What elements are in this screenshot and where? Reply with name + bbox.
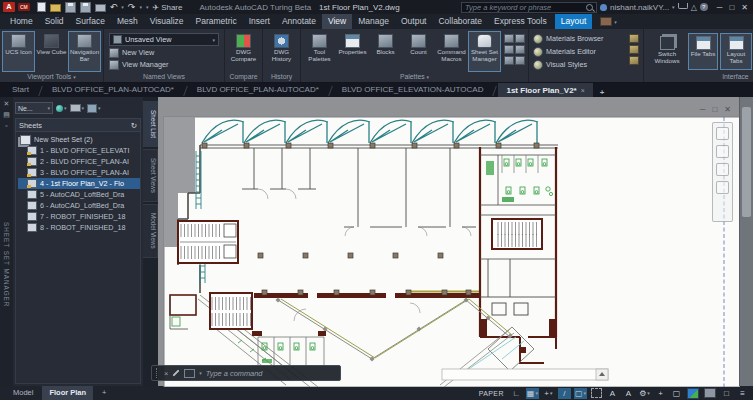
ssm-publish-button[interactable]: ▾ bbox=[70, 104, 85, 112]
tab-view[interactable]: View bbox=[322, 14, 352, 29]
view-manager-button[interactable]: View Manager bbox=[109, 59, 219, 70]
ssm-import-button[interactable]: ▾ bbox=[87, 104, 101, 113]
view-combo[interactable]: Unsaved View▾ bbox=[109, 33, 219, 46]
switch-windows-button[interactable]: Switch Windows bbox=[648, 33, 686, 70]
panel-label-viewport-tools[interactable]: Viewport Tools ▾ bbox=[0, 72, 103, 82]
new-file-icon[interactable] bbox=[37, 2, 46, 12]
sheets-header[interactable]: Sheets ↻ bbox=[15, 118, 141, 132]
sheet-set-combo[interactable]: Ne...▾ bbox=[15, 102, 53, 114]
count-button[interactable]: Count bbox=[402, 31, 435, 72]
file-tab-start[interactable]: Start bbox=[4, 83, 37, 97]
tab-manage[interactable]: Manage bbox=[352, 14, 395, 29]
quick-properties-icon[interactable]: ▢ bbox=[670, 388, 683, 399]
open-file-icon[interactable] bbox=[50, 4, 61, 12]
palette-small-icon[interactable] bbox=[504, 56, 514, 65]
layout-tabs-button[interactable]: Layout Tabs bbox=[720, 33, 752, 70]
close-button[interactable]: ✕ bbox=[741, 3, 748, 12]
dwg-history-button[interactable]: DWG History bbox=[265, 31, 298, 72]
minimize-button[interactable]: ─ bbox=[717, 3, 723, 12]
plot-icon[interactable] bbox=[95, 4, 106, 12]
graphics-performance-icon[interactable] bbox=[686, 388, 700, 399]
command-input[interactable]: Type a command bbox=[206, 369, 263, 378]
doc-restore-icon[interactable]: □ bbox=[712, 105, 717, 114]
new-view-button[interactable]: New View bbox=[109, 47, 219, 58]
palette-small-icon[interactable] bbox=[515, 45, 525, 54]
orbit-icon[interactable] bbox=[716, 181, 729, 194]
full-navigation-wheel-icon[interactable] bbox=[716, 127, 729, 140]
tab-layout[interactable]: Layout bbox=[555, 14, 593, 29]
palette-small-icon[interactable] bbox=[515, 34, 525, 43]
user-name[interactable]: nishant.naikVY... bbox=[610, 3, 669, 12]
sheet-item-3[interactable]: 3 - BLVD OFFICE_PLAN-AI bbox=[18, 167, 140, 178]
annotation-visibility-icon[interactable]: A bbox=[606, 388, 619, 399]
share-button[interactable]: ✈Share bbox=[152, 3, 182, 12]
search-box[interactable]: Type a keyword or phrase bbox=[461, 2, 597, 13]
tab-close-icon[interactable]: × bbox=[581, 85, 585, 96]
sheet-item-7[interactable]: 7 - ROBOT_FINISHED_18 bbox=[18, 211, 140, 222]
ortho-mode-icon[interactable]: / bbox=[558, 388, 571, 399]
material-small-icon[interactable] bbox=[629, 56, 639, 65]
refresh-icon[interactable]: ↻ bbox=[131, 121, 137, 130]
command-line[interactable]: × ▾ Type a command bbox=[151, 365, 341, 381]
object-snap-icon[interactable]: ▢▾ bbox=[574, 388, 587, 399]
tab-home[interactable]: Home bbox=[4, 14, 39, 29]
tool-palettes-button[interactable]: Tool Palettes bbox=[303, 31, 336, 72]
redo-icon[interactable]: ↷ bbox=[128, 3, 136, 12]
doc-close-icon[interactable]: ✕ bbox=[724, 105, 731, 114]
file-tab-active[interactable]: 1st Floor Plan_V2*× bbox=[498, 83, 592, 97]
doc-minimize-icon[interactable]: ─ bbox=[700, 105, 706, 114]
tab-sheet-list[interactable]: Sheet List bbox=[143, 101, 158, 147]
tab-model-views[interactable]: Model Views bbox=[143, 204, 158, 258]
customization-menu-icon[interactable]: ≡ bbox=[736, 388, 749, 399]
palette-small-icon[interactable] bbox=[515, 56, 525, 65]
tracking-icon[interactable]: +▾ bbox=[542, 388, 555, 399]
recent-commands-icon[interactable] bbox=[184, 369, 195, 378]
tab-collaborate[interactable]: Collaborate bbox=[432, 14, 487, 29]
save-icon[interactable] bbox=[65, 2, 76, 13]
materials-editor-button[interactable]: Materials Editor bbox=[533, 46, 627, 57]
user-avatar-icon[interactable] bbox=[600, 4, 607, 11]
ssm-status-button[interactable]: ▾ bbox=[56, 105, 67, 112]
sheet-item-8[interactable]: 8 - ROBOT_FINISHED_18 bbox=[18, 222, 140, 233]
layout-tab-floor-plan[interactable]: Floor Plan bbox=[42, 386, 93, 400]
ucs-status-icon[interactable]: ∟ bbox=[510, 388, 523, 399]
file-tabs-button[interactable]: File Tabs bbox=[688, 33, 718, 70]
sheet-set-root[interactable]: New Sheet Set (2) bbox=[18, 134, 140, 145]
tab-output[interactable]: Output bbox=[395, 14, 433, 29]
file-tab-plan2[interactable]: BLVD OFFICE_PLAN-AUTOCAD* bbox=[189, 83, 327, 97]
navigation-bar-button[interactable]: Navigation Bar bbox=[68, 31, 101, 72]
tab-surface[interactable]: Surface bbox=[70, 14, 111, 29]
materials-browser-button[interactable]: Materials Browser bbox=[533, 33, 627, 44]
annotation-monitor-icon[interactable]: + bbox=[654, 388, 667, 399]
autocad-logo-icon[interactable]: A bbox=[3, 2, 15, 12]
media-panel-icon[interactable]: ▾ bbox=[600, 14, 617, 29]
store-cart-icon[interactable] bbox=[678, 3, 688, 9]
search-icon[interactable] bbox=[586, 4, 593, 11]
sheet-item-6[interactable]: 6 - AutoCAD_LoftBed_Dra bbox=[18, 200, 140, 211]
navigation-bar[interactable] bbox=[712, 122, 733, 222]
sheet-set-manager-button[interactable]: Sheet Set Manager bbox=[468, 31, 501, 72]
sheet-item-1[interactable]: 1 - BLVD OFFICE_ELEVATI bbox=[18, 145, 140, 156]
zoom-icon[interactable] bbox=[716, 163, 729, 176]
help-icon[interactable]: ? bbox=[700, 3, 708, 11]
pan-icon[interactable] bbox=[716, 145, 729, 158]
maximize-button[interactable]: □ bbox=[729, 3, 734, 12]
tab-annotate[interactable]: Annotate bbox=[276, 14, 322, 29]
sheet-item-2[interactable]: 2 - BLVD OFFICE_PLAN-AI bbox=[18, 156, 140, 167]
sheet-item-4-selected[interactable]: 4 - 1st Floor Plan_V2 - Flo bbox=[18, 178, 140, 189]
material-small-icon[interactable] bbox=[629, 34, 639, 43]
vertical-scrollbar[interactable] bbox=[739, 97, 753, 386]
annotation-scale-icon[interactable]: A bbox=[622, 388, 635, 399]
tab-sheet-views[interactable]: Sheet Views bbox=[143, 149, 158, 202]
floor-plan-drawing[interactable] bbox=[158, 97, 740, 387]
new-layout-button[interactable]: + bbox=[95, 386, 113, 400]
dwg-compare-button[interactable]: DWG Compare bbox=[227, 31, 260, 72]
material-small-icon[interactable] bbox=[629, 45, 639, 54]
file-tab-elevation[interactable]: BLVD OFFICE_ELEVATION-AUTOCAD bbox=[334, 83, 492, 97]
selection-cycling-icon[interactable] bbox=[590, 388, 603, 399]
workspace-settings-icon[interactable]: ⚙▾ bbox=[638, 388, 651, 399]
save-as-icon[interactable] bbox=[80, 2, 91, 13]
undo-caret-icon[interactable]: ▾ bbox=[121, 4, 124, 10]
palette-properties-icon[interactable]: ▫ bbox=[5, 122, 7, 129]
tab-insert[interactable]: Insert bbox=[243, 14, 276, 29]
